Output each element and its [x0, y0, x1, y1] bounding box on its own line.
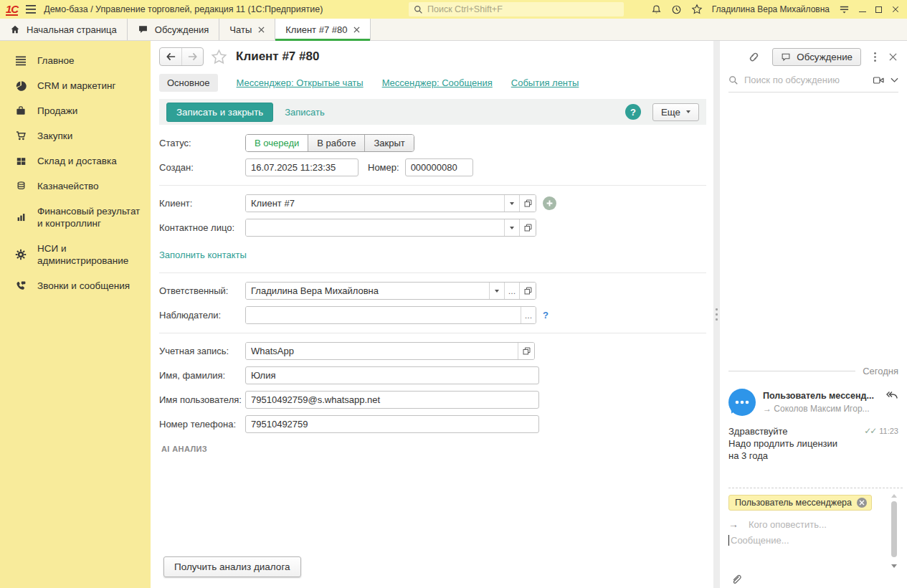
- minimize-button[interactable]: [859, 6, 866, 12]
- message-composer[interactable]: Пользователь мессенджера → Кого оповести…: [728, 488, 903, 588]
- window-tabbar: Начальная страница Обсуждения Чаты Клиен…: [0, 19, 907, 41]
- titlebar-right: Гладилина Вера Михайловна: [651, 4, 900, 15]
- responsible-choose-button[interactable]: …: [504, 283, 519, 299]
- observers-label: Наблюдатели:: [159, 310, 245, 321]
- help-button[interactable]: ?: [625, 104, 641, 120]
- panel-splitter[interactable]: [713, 41, 720, 588]
- status-option-inwork[interactable]: В работе: [308, 135, 364, 151]
- contact-dropdown-button[interactable]: [504, 219, 519, 236]
- message-sender[interactable]: Пользователь мессенд...: [763, 391, 874, 401]
- sidebar-item-main[interactable]: Главное: [0, 48, 151, 73]
- account-open-button[interactable]: [518, 343, 534, 359]
- name-input[interactable]: [245, 366, 539, 384]
- scroll-down-icon[interactable]: [891, 564, 897, 568]
- titlebar: 1С Демо-база / Управление торговлей, ред…: [0, 0, 907, 19]
- recipient-tag[interactable]: Пользователь мессенджера: [728, 495, 872, 511]
- contact-open-button[interactable]: [519, 219, 536, 236]
- user-name[interactable]: Гладилина Вера Михайловна: [712, 4, 830, 14]
- discussion-search-placeholder: Поиск по обсуждению: [744, 75, 867, 85]
- save-and-close-button[interactable]: Записать и закрыть: [166, 103, 273, 122]
- section-divider: [159, 272, 706, 273]
- link-icon[interactable]: [748, 51, 760, 63]
- status-switch: В очереди В работе Закрыт: [245, 134, 414, 152]
- sidebar-item-warehouse[interactable]: Склад и доставка: [0, 148, 151, 174]
- status-option-closed[interactable]: Закрыт: [364, 135, 413, 151]
- nav-link-feed-events[interactable]: События ленты: [511, 77, 579, 88]
- tab-discussions[interactable]: Обсуждения: [128, 19, 220, 40]
- tab-close-icon[interactable]: [353, 27, 360, 33]
- number-input[interactable]: [405, 158, 473, 176]
- remove-tag-icon[interactable]: [857, 498, 867, 508]
- global-search-input[interactable]: [427, 4, 619, 14]
- notify-field[interactable]: → Кого оповестить...: [728, 518, 883, 530]
- create-client-plus-icon[interactable]: [543, 196, 556, 210]
- sidebar-item-finance[interactable]: Финансовый результат и контроллинг: [0, 199, 151, 236]
- save-button[interactable]: Записать: [285, 107, 325, 118]
- composer-scrollbar[interactable]: [891, 494, 898, 568]
- global-search[interactable]: [409, 2, 624, 16]
- contact-input[interactable]: [246, 219, 504, 236]
- sidebar-item-purchases[interactable]: Закупки: [0, 123, 151, 148]
- status-option-queued[interactable]: В очереди: [246, 135, 308, 151]
- client-input[interactable]: [246, 195, 504, 212]
- history-nav-buttons: [159, 47, 204, 66]
- forward-button[interactable]: [181, 48, 203, 65]
- account-input[interactable]: [246, 343, 518, 359]
- fill-contacts-link[interactable]: Заполнить контакты: [159, 250, 247, 260]
- more-button[interactable]: Еще: [652, 103, 699, 121]
- message-input[interactable]: Сообщение...: [728, 535, 883, 546]
- messenger-avatar: [728, 389, 756, 416]
- tab-home[interactable]: Начальная страница: [0, 19, 128, 40]
- username-input[interactable]: [245, 391, 539, 409]
- responsible-open-button[interactable]: [519, 283, 536, 299]
- name-label: Имя, фамилия:: [159, 370, 245, 381]
- reply-icon[interactable]: [885, 391, 898, 401]
- sidebar-item-sales[interactable]: Продажи: [0, 98, 151, 123]
- close-panel-icon[interactable]: [889, 53, 897, 61]
- close-window-button[interactable]: [891, 5, 900, 14]
- sidebar-item-treasury[interactable]: Казначейство: [0, 174, 151, 199]
- video-call-icon[interactable]: [873, 75, 885, 85]
- phone-input[interactable]: [245, 415, 539, 433]
- discussion-search[interactable]: Поиск по обсуждению: [728, 75, 898, 93]
- observers-field: …: [245, 306, 536, 324]
- main-menu-icon[interactable]: [25, 4, 37, 14]
- client-dropdown-button[interactable]: [504, 195, 519, 212]
- responsible-dropdown-button[interactable]: [489, 283, 504, 299]
- scrollbar-thumb[interactable]: [891, 501, 897, 557]
- observers-input[interactable]: [246, 307, 521, 323]
- kebab-menu-icon[interactable]: [873, 52, 877, 62]
- tab-client[interactable]: Клиент #7 #80: [275, 19, 371, 40]
- tab-close-icon[interactable]: [258, 27, 265, 33]
- sidebar-item-crm[interactable]: CRM и маркетинг: [0, 73, 151, 98]
- username-label: Имя пользователя:: [159, 394, 245, 405]
- grid-icon: [14, 156, 28, 166]
- ai-analysis-section-label: AI АНАЛИЗ: [161, 445, 713, 453]
- nav-link-open-chats[interactable]: Мессенджер: Открытые чаты: [237, 77, 364, 88]
- created-input[interactable]: [245, 158, 358, 176]
- attach-file-icon[interactable]: [730, 572, 743, 585]
- favorites-star-icon[interactable]: [691, 4, 703, 15]
- client-open-button[interactable]: [519, 195, 536, 212]
- sidebar-item-administration[interactable]: НСИ и администрирование: [0, 236, 151, 273]
- maximize-button[interactable]: [875, 6, 882, 13]
- chevron-down-icon[interactable]: [891, 77, 898, 83]
- sidebar-item-calls[interactable]: Звонки и сообщения: [0, 273, 151, 298]
- history-icon[interactable]: [671, 4, 682, 15]
- account-field: [245, 342, 535, 360]
- tab-chats[interactable]: Чаты: [219, 19, 275, 40]
- responsible-input[interactable]: [246, 283, 489, 299]
- back-button[interactable]: [160, 48, 181, 65]
- discussion-toggle-button[interactable]: Обсуждение: [772, 48, 861, 66]
- form-nav-links: Основное Мессенджер: Открытые чаты Мессе…: [159, 71, 713, 94]
- service-menu-icon[interactable]: [839, 4, 850, 14]
- nav-link-messages[interactable]: Мессенджер: Сообщения: [382, 77, 493, 88]
- get-dialog-analysis-button[interactable]: Получить анализ диалога: [163, 556, 301, 577]
- cart-icon: [14, 131, 28, 141]
- observers-help-link[interactable]: ?: [543, 310, 549, 321]
- favorite-star-icon[interactable]: [211, 49, 227, 65]
- observers-choose-button[interactable]: …: [521, 307, 536, 323]
- nav-tab-main[interactable]: Основное: [159, 74, 218, 92]
- scroll-up-icon[interactable]: [891, 494, 897, 498]
- notifications-bell-icon[interactable]: [651, 4, 662, 15]
